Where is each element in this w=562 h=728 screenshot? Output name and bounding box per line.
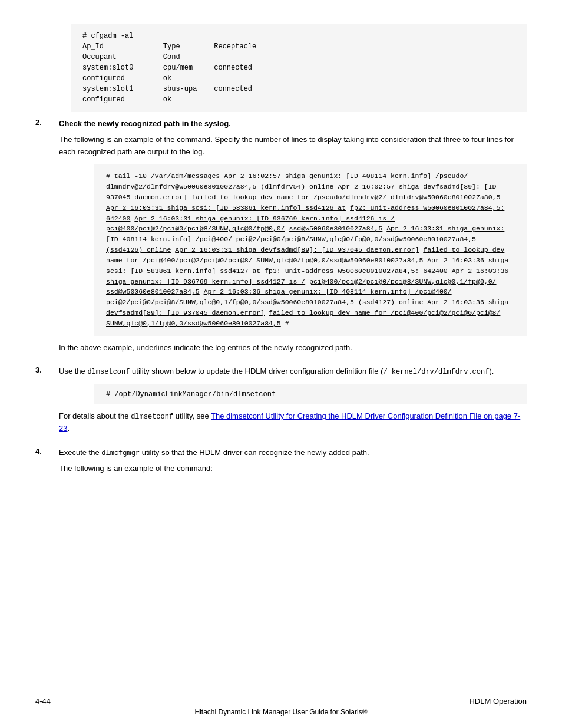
step4-number: 4.: [35, 447, 59, 456]
step3-desc2: utility, see: [173, 411, 211, 420]
footer-left: 4-44: [35, 697, 51, 706]
log-line-24: pci@2/pci@0/pci@8/SUNW,qlc@0,1/fp@0,0/ss…: [106, 298, 354, 306]
step3-mono2: / kernel/drv/dlmfdrv.conf: [383, 368, 489, 376]
log-line-29: #: [285, 319, 289, 327]
footer: 4-44 HDLM Operation Hitachi Dynamic Link…: [0, 693, 562, 716]
log-line-1: # tail -10 /var/adm/messages: [106, 172, 220, 180]
page: # cfgadm -al Ap_Id Type Receptacle Occup…: [0, 0, 562, 728]
list-item-step2: 2. Check the newly recognized path in th…: [35, 118, 527, 357]
step3-main-text: Use the dlmsetconf utility shown below t…: [59, 365, 527, 378]
log-line-27: failed to lookup dev name for /pci@400/p…: [269, 309, 500, 317]
log-line-13: pci@2/pci@0/pci@8/SUNW,qlc@0/fp@0,0/ssd@…: [236, 235, 476, 243]
log-line-15: Apr 2 16:03:31 shiga devfsadmd[89]: [ID …: [175, 246, 419, 253]
step3-desc: For details about the dlmsetconf utility…: [59, 410, 527, 435]
log-line-10: pci@400/pci@2/pci@0/pci@8/SUNW,qlc@0/fp@…: [106, 225, 285, 232]
step4-note: The following is an example of the comma…: [59, 463, 527, 475]
log-line-3: dlmndrv@2/dlmfdrv@w50060e8010027a84,5 (d…: [106, 183, 333, 190]
log-line-9: Apr 2 16:03:31 shiga genunix: [ID 936769…: [134, 215, 395, 222]
step3-text1: Use the: [59, 367, 87, 375]
step3-desc3: .: [67, 424, 70, 433]
log-line-6: dlmfdrv@w50060e8010027a80,5: [391, 193, 500, 201]
step4-mono1: dlmcfgmgr: [101, 449, 140, 457]
log-line-22: ssd@w50060e8010027a84,5: [106, 288, 200, 295]
step3-text2: utility shown below to update the HDLM d…: [130, 367, 383, 375]
step4-text1: Execute the: [59, 448, 101, 457]
footer-top: 4-44 HDLM Operation: [0, 697, 562, 706]
step4-text2: utility so that the HDLM driver can reco…: [140, 448, 369, 457]
log-line-17: SUNW,qlc@0/fp@0,0/ssd@w50060e8010027a84,…: [256, 256, 423, 264]
step4-content: Execute the dlmcfgmgr utility so that th…: [59, 447, 527, 479]
log-line-23: Apr 2 16:03:36 shiga genunix: [ID 408114…: [204, 288, 452, 295]
step2-title: Check the newly recognized path in the s…: [59, 118, 527, 130]
step4-main-text: Execute the dlmcfgmgr utility so that th…: [59, 447, 527, 459]
step2-number: 2.: [35, 118, 59, 127]
numbered-list: 2. Check the newly recognized path in th…: [35, 118, 527, 479]
log-line-5: failed to lookup dev name for /pseudo/dl…: [191, 193, 386, 201]
log-block: # tail -10 /var/adm/messages Apr 2 16:02…: [94, 164, 527, 335]
step2-content: Check the newly recognized path in the s…: [59, 118, 527, 357]
list-item-step4: 4. Execute the dlmcfgmgr utility so that…: [35, 447, 527, 479]
step3-mono1: dlmsetconf: [87, 368, 130, 376]
log-line-11: ssd@w50060e8010027a84,5: [289, 225, 383, 232]
list-item-step3: 3. Use the dlmsetconf utility shown belo…: [35, 365, 527, 438]
step3-mono3: dlmsetconf: [131, 413, 173, 421]
step3-text3: ).: [489, 367, 494, 375]
log-line-25: (ssd4127) online: [358, 298, 423, 306]
log-line-7: Apr 2 16:03:31 shiga scsi: [ID 583861 ke…: [106, 204, 346, 212]
log-line-2: Apr 2 16:02:57 shiga genunix: [ID 408114…: [224, 172, 468, 180]
log-line-21: pci@400/pci@2/pci@0/pci@8/SUNW,qlc@0,1/f…: [309, 278, 496, 285]
log-line-14: (ssd4126) online: [106, 246, 171, 253]
step3-code-block: # /opt/DynamicLinkManager/bin/dlmsetconf: [94, 384, 527, 404]
log-line-19: fp3: unit-address w50060e8010027a84,5: 6…: [265, 267, 448, 275]
log-line-28: SUNW,qlc@0,1/fp@0,0/ssd@w50060e8010027a8…: [106, 319, 281, 327]
footer-bottom: Hitachi Dynamic Link Manager User Guide …: [0, 708, 562, 716]
step3-number: 3.: [35, 365, 59, 374]
step3-desc1: For details about the: [59, 411, 131, 420]
step2-note: In the above example, underlines indicat…: [59, 342, 527, 354]
step3-content: Use the dlmsetconf utility shown below t…: [59, 365, 527, 438]
step2-desc: The following is an example of the comma…: [59, 134, 527, 159]
footer-center: HDLM Operation: [469, 697, 527, 706]
code-block-cfgadm: # cfgadm -al Ap_Id Type Receptacle Occup…: [71, 24, 527, 112]
